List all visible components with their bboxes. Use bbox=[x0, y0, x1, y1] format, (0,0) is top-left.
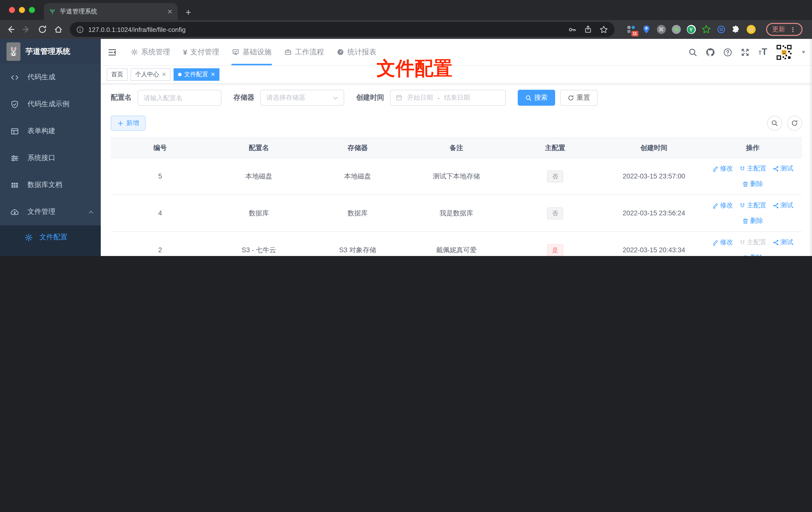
edit-link[interactable]: 修改 bbox=[712, 201, 733, 210]
extension-tabs-icon[interactable]: 11 bbox=[627, 25, 636, 34]
date-separator: - bbox=[437, 94, 440, 101]
extension-puzzle-icon[interactable] bbox=[731, 25, 741, 34]
config-name-input[interactable] bbox=[138, 90, 222, 106]
github-icon[interactable] bbox=[706, 48, 715, 57]
cell-name: S3 - 七牛云 bbox=[209, 232, 308, 256]
topnav-label: 基础设施 bbox=[243, 48, 271, 57]
edit-link[interactable]: 修改 bbox=[712, 238, 733, 247]
edit-link[interactable]: 修改 bbox=[712, 164, 733, 173]
reset-button[interactable]: 重置 bbox=[560, 90, 598, 106]
fullscreen-icon[interactable] bbox=[741, 48, 750, 57]
extension-pin-icon[interactable] bbox=[641, 25, 651, 34]
magnet-icon bbox=[739, 165, 746, 172]
back-icon[interactable] bbox=[6, 25, 15, 34]
minimize-window-button[interactable] bbox=[19, 7, 25, 13]
sidebar-item-file-list[interactable]: 文件列表 bbox=[0, 249, 101, 256]
header-actions: тT ▼ bbox=[688, 43, 812, 61]
calendar-icon bbox=[396, 94, 403, 101]
col-header-actions: 操作 bbox=[703, 138, 802, 158]
delete-link[interactable]: 删除 bbox=[742, 179, 763, 188]
home-icon[interactable] bbox=[54, 25, 63, 34]
tag-close-icon[interactable]: ✕ bbox=[210, 71, 215, 78]
search-icon bbox=[771, 120, 778, 127]
tag-home[interactable]: 首页 bbox=[107, 68, 128, 81]
trash-icon bbox=[742, 218, 749, 224]
storage-select[interactable]: 请选择存储器 bbox=[260, 90, 344, 106]
close-window-button[interactable] bbox=[9, 7, 15, 13]
master-link[interactable]: 主配置 bbox=[739, 164, 766, 173]
extension-emoji-avatar[interactable]: 😃 bbox=[746, 25, 756, 34]
sidebar-item-file-manage[interactable]: 文件管理 bbox=[0, 199, 101, 225]
sidebar-item-label: 文件配置 bbox=[39, 233, 67, 242]
cell-remark: 测试下本地存储 bbox=[407, 158, 506, 195]
bookmark-star-icon[interactable] bbox=[600, 25, 608, 34]
add-button-label: 新增 bbox=[126, 119, 139, 128]
master-link-disabled[interactable]: 主配置 bbox=[739, 238, 766, 247]
site-info-icon[interactable] bbox=[76, 26, 84, 33]
delete-link[interactable]: 删除 bbox=[742, 253, 763, 256]
user-avatar[interactable] bbox=[776, 43, 792, 61]
sidebar-item-code-gen[interactable]: 代码生成 bbox=[0, 64, 101, 91]
sidebar-item-db-doc[interactable]: 数据库文档 bbox=[0, 172, 101, 199]
sidebar-item-label: 系统接口 bbox=[27, 154, 55, 162]
font-size-icon[interactable]: тT bbox=[758, 47, 767, 57]
active-dot bbox=[178, 73, 181, 76]
chevron-up-icon bbox=[88, 209, 94, 215]
avatar-caret-icon[interactable]: ▼ bbox=[801, 49, 806, 55]
code-icon bbox=[10, 73, 19, 82]
topnav-pay[interactable]: ¥ 支付管理 bbox=[177, 39, 226, 65]
master-link[interactable]: 主配置 bbox=[739, 201, 766, 210]
extension-y-icon[interactable]: Y bbox=[686, 25, 696, 34]
add-button[interactable]: 新增 bbox=[111, 116, 146, 131]
refresh-table-button[interactable] bbox=[787, 116, 802, 131]
form-icon bbox=[10, 127, 19, 135]
reload-icon[interactable] bbox=[38, 25, 47, 34]
favicon-plant-icon bbox=[49, 8, 56, 15]
date-range-picker[interactable]: 开始日期 - 结束日期 bbox=[390, 90, 506, 106]
sidebar-item-code-gen-demo[interactable]: 代码生成示例 bbox=[0, 91, 101, 118]
browser-update-button[interactable]: 更新 ⋮ bbox=[766, 23, 803, 36]
omnibox[interactable]: 127.0.0.1:1024/infra/file/file-config bbox=[70, 22, 614, 37]
search-button[interactable]: 搜索 bbox=[518, 90, 555, 106]
zoom-window-button[interactable] bbox=[29, 7, 35, 13]
delete-link[interactable]: 删除 bbox=[742, 216, 763, 225]
password-key-icon[interactable] bbox=[568, 25, 577, 34]
extension-star-icon[interactable] bbox=[701, 25, 711, 34]
cell-storage: 数据库 bbox=[308, 195, 407, 232]
test-link[interactable]: 测试 bbox=[772, 201, 793, 210]
topnav-report[interactable]: 统计报表 bbox=[330, 39, 383, 65]
table-header-row: 编号 配置名 存储器 备注 主配置 创建时间 操作 bbox=[111, 138, 802, 158]
browser-tab[interactable]: 芋道管理系统 ✕ bbox=[44, 3, 178, 20]
tab-close-icon[interactable]: ✕ bbox=[167, 8, 173, 15]
test-link[interactable]: 测试 bbox=[772, 238, 793, 247]
browser-tabstrip: 芋道管理系统 ✕ + bbox=[0, 0, 812, 20]
tag-close-icon[interactable]: ✕ bbox=[162, 71, 166, 78]
forward-icon[interactable] bbox=[22, 25, 31, 34]
topnav-system[interactable]: 系统管理 bbox=[124, 39, 177, 65]
toggle-search-button[interactable] bbox=[767, 116, 782, 131]
cell-name: 数据库 bbox=[209, 195, 308, 232]
tag-profile[interactable]: 个人中心 ✕ bbox=[131, 68, 171, 81]
sidebar-item-label: 数据库文档 bbox=[27, 180, 62, 189]
browser-menu-icon[interactable]: ⋮ bbox=[789, 26, 796, 33]
annotation-text: 文件配置 bbox=[377, 56, 453, 81]
collapse-sidebar-icon[interactable] bbox=[101, 48, 124, 57]
sidebar-item-form-builder[interactable]: 表单构建 bbox=[0, 118, 101, 145]
extension-gray-circle-icon[interactable] bbox=[671, 25, 681, 34]
extension-command-icon[interactable]: ⌘ bbox=[657, 25, 666, 34]
help-icon[interactable] bbox=[723, 48, 732, 57]
sidebar-item-system-api[interactable]: 系统接口 bbox=[0, 145, 101, 172]
url-text[interactable]: 127.0.0.1:1024/infra/file/file-config bbox=[88, 26, 563, 33]
topnav-infra[interactable]: 基础设施 bbox=[226, 39, 278, 65]
topnav-workflow[interactable]: 工作流程 bbox=[278, 39, 330, 65]
new-tab-button[interactable]: + bbox=[185, 7, 191, 17]
extension-eye-icon[interactable] bbox=[716, 25, 726, 34]
page-content: 配置名 存储器 请选择存储器 创建时间 开始日期 - bbox=[101, 84, 812, 256]
search-icon[interactable] bbox=[688, 48, 697, 57]
tag-file-config[interactable]: 文件配置 ✕ bbox=[174, 68, 220, 81]
share-nodes-icon bbox=[772, 165, 779, 172]
sidebar-item-label: 代码生成示例 bbox=[27, 100, 69, 109]
share-icon[interactable] bbox=[584, 25, 592, 33]
sidebar-item-file-config[interactable]: 文件配置 bbox=[0, 225, 101, 249]
test-link[interactable]: 测试 bbox=[772, 164, 793, 173]
